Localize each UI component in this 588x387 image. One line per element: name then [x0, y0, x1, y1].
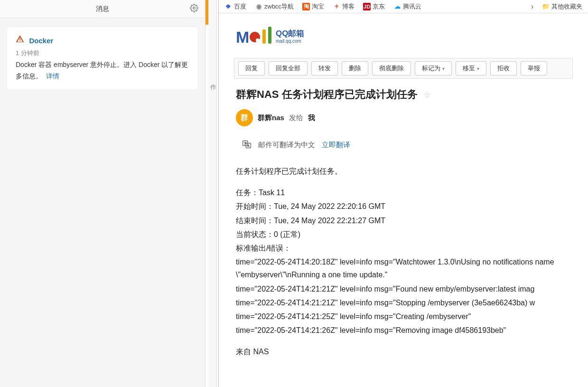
chevron-down-icon: ▾	[442, 66, 445, 71]
chevron-right-icon[interactable]: ›	[531, 2, 533, 11]
jd-icon: JD	[363, 3, 371, 10]
reject-button[interactable]: 拒收	[490, 61, 517, 76]
warning-icon	[16, 35, 24, 45]
baidu-icon: ❖	[224, 3, 232, 10]
body-log-1: time="2022-05-24T14:21:21Z" level=info m…	[236, 283, 571, 295]
move-to-button[interactable]: 移至▾	[456, 61, 486, 76]
svg-point-3	[256, 38, 260, 42]
mail-panel: ❖百度 ◉zwbcc导航 淘淘宝 ✦博客 JD京东 ☁腾讯云 › 📁其他收藏夹 …	[218, 0, 588, 387]
mail-subject-row: 群辉NAS 任务计划程序已完成计划任务 ☆	[219, 87, 588, 102]
notification-header: 消息	[0, 0, 205, 18]
notification-body: Docker 容器 embyserver 意外停止。进入 Docker 以了解更…	[16, 59, 189, 82]
translate-banner: 邮件可翻译为中文 立即翻译	[236, 136, 571, 154]
svg-rect-4	[262, 29, 266, 44]
body-status: 当前状态：0 (正常)	[236, 228, 571, 241]
notification-card[interactable]: Docker 1 分钟前 Docker 容器 embyserver 意外停止。进…	[7, 27, 198, 90]
delete-button[interactable]: 删除	[342, 61, 368, 76]
svg-rect-5	[268, 27, 271, 44]
translate-now-link[interactable]: 立即翻译	[322, 141, 350, 150]
notification-time: 1 分钟前	[16, 49, 189, 57]
bookmark-tencent-cloud[interactable]: ☁腾讯云	[393, 2, 421, 11]
bookmark-zwbcc[interactable]: ◉zwbcc导航	[255, 2, 294, 11]
globe-icon: ◉	[255, 3, 262, 10]
sender-name: 群辉nas	[258, 113, 284, 123]
mail-body: 任务计划程序已完成计划任务。 任务：Task 11 开始时间：Tue, 24 M…	[219, 165, 588, 358]
hard-delete-button[interactable]: 彻底删除	[372, 61, 411, 76]
qqmail-logo-icon: M QQ邮箱 mail.qq.com	[236, 27, 326, 48]
notification-title: Docker	[29, 37, 53, 45]
taobao-icon: 淘	[302, 3, 310, 10]
cloud-icon: ☁	[393, 3, 401, 10]
bookmark-baidu[interactable]: ❖百度	[224, 2, 246, 11]
forward-button[interactable]: 转发	[311, 61, 338, 76]
star-icon[interactable]: ☆	[423, 90, 431, 100]
svg-text:M: M	[236, 28, 249, 46]
sent-to-label: 发给	[289, 113, 303, 123]
body-log-2: time="2022-05-24T14:21:21Z" level=info m…	[236, 296, 571, 309]
svg-text:QQ邮箱: QQ邮箱	[276, 29, 304, 38]
body-start: 开始时间：Tue, 24 May 2022 22:20:16 GMT	[236, 200, 571, 213]
background-window-edge: 作	[208, 0, 217, 387]
reply-button[interactable]: 回复	[238, 61, 265, 76]
bookmark-jd[interactable]: JD京东	[363, 2, 385, 11]
mail-subject: 群辉NAS 任务计划程序已完成计划任务	[236, 88, 418, 100]
folder-icon: 📁	[542, 3, 550, 10]
svg-point-0	[193, 7, 196, 9]
qqmail-logo-area: M QQ邮箱 mail.qq.com	[219, 13, 588, 58]
bookmark-blog[interactable]: ✦博客	[333, 2, 355, 11]
translate-hint: 邮件可翻译为中文	[258, 141, 315, 150]
body-log-4: time="2022-05-24T14:21:26Z" level=info m…	[236, 324, 571, 337]
gear-icon[interactable]	[190, 4, 198, 14]
translate-icon	[242, 140, 252, 151]
body-intro: 任务计划程序已完成计划任务。	[236, 165, 571, 178]
body-from: 来自 NAS	[236, 345, 571, 358]
sender-row: 群 群辉nas 发给 我	[219, 102, 588, 132]
bookmark-other-folder[interactable]: 📁其他收藏夹	[542, 2, 582, 11]
mail-toolbar: 回复 回复全部 转发 删除 彻底删除 标记为▾ 移至▾ 拒收 举报	[234, 58, 573, 79]
body-log-3: time="2022-05-24T14:21:25Z" level=info m…	[236, 310, 571, 323]
mark-as-button[interactable]: 标记为▾	[415, 61, 452, 76]
recipient-me: 我	[308, 113, 315, 123]
body-task: 任务：Task 11	[236, 186, 571, 199]
notification-panel: 消息 Docker 1 分钟前 Docker 容器 embyserver 意外停…	[0, 0, 205, 387]
body-end: 结束时间：Tue, 24 May 2022 22:21:27 GMT	[236, 214, 571, 227]
report-button[interactable]: 举报	[521, 61, 547, 76]
bookmark-bar: ❖百度 ◉zwbcc导航 淘淘宝 ✦博客 JD京东 ☁腾讯云 › 📁其他收藏夹	[219, 0, 588, 13]
svg-text:mail.qq.com: mail.qq.com	[276, 38, 301, 44]
avatar[interactable]: 群	[236, 109, 253, 126]
blog-icon: ✦	[333, 3, 340, 10]
notification-details-link[interactable]: 详情	[46, 72, 59, 80]
body-log-0: time="2022-05-24T14:20:18Z" level=info m…	[236, 255, 571, 281]
body-stdout-label: 标准输出/错误：	[236, 242, 571, 255]
notification-header-title: 消息	[96, 5, 109, 13]
chevron-down-icon: ▾	[477, 66, 479, 71]
reply-all-button[interactable]: 回复全部	[269, 61, 308, 76]
bookmark-taobao[interactable]: 淘淘宝	[302, 2, 324, 11]
